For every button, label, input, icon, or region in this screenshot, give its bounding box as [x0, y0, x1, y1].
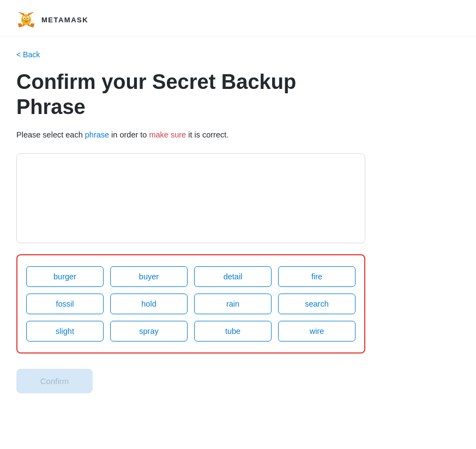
header: METAMASK	[0, 0, 476, 37]
word-chip[interactable]: slight	[26, 321, 104, 342]
subtitle-phrase: phrase	[85, 130, 109, 139]
main-content: < Back Confirm your Secret Backup Phrase…	[0, 37, 382, 410]
confirm-button[interactable]: Confirm	[16, 369, 93, 393]
svg-point-11	[24, 17, 25, 19]
word-chip[interactable]: wire	[278, 321, 356, 342]
word-chip[interactable]: burger	[26, 266, 104, 287]
word-grid: burgerbuyerdetailfirefossilholdrainsearc…	[26, 266, 356, 342]
subtitle-after: it is correct.	[186, 130, 228, 139]
svg-point-8	[21, 14, 31, 25]
page-title: Confirm your Secret Backup Phrase	[16, 70, 365, 119]
subtitle-before: Please select each	[16, 130, 85, 139]
word-chip[interactable]: rain	[194, 294, 272, 314]
word-chip[interactable]: spray	[110, 321, 188, 342]
word-chip[interactable]: hold	[110, 294, 188, 314]
word-chip[interactable]: fossil	[26, 294, 104, 314]
svg-point-12	[27, 17, 28, 19]
word-chip[interactable]: buyer	[110, 266, 188, 287]
word-chip[interactable]: search	[278, 294, 356, 314]
word-chip[interactable]: detail	[194, 266, 272, 287]
metamask-logo-icon	[16, 10, 36, 29]
subtitle-middle: in order to	[109, 130, 149, 139]
logo-text: METAMASK	[41, 16, 88, 24]
svg-marker-2	[29, 23, 34, 27]
subtitle-make-sure: make sure	[149, 130, 186, 139]
svg-marker-3	[18, 23, 23, 27]
subtitle: Please select each phrase in order to ma…	[16, 129, 365, 141]
back-link[interactable]: < Back	[16, 50, 40, 59]
phrase-drop-area[interactable]	[16, 153, 365, 243]
word-chip[interactable]: tube	[194, 321, 272, 342]
word-chip[interactable]: fire	[278, 266, 356, 287]
word-bank-container: burgerbuyerdetailfirefossilholdrainsearc…	[16, 254, 365, 354]
